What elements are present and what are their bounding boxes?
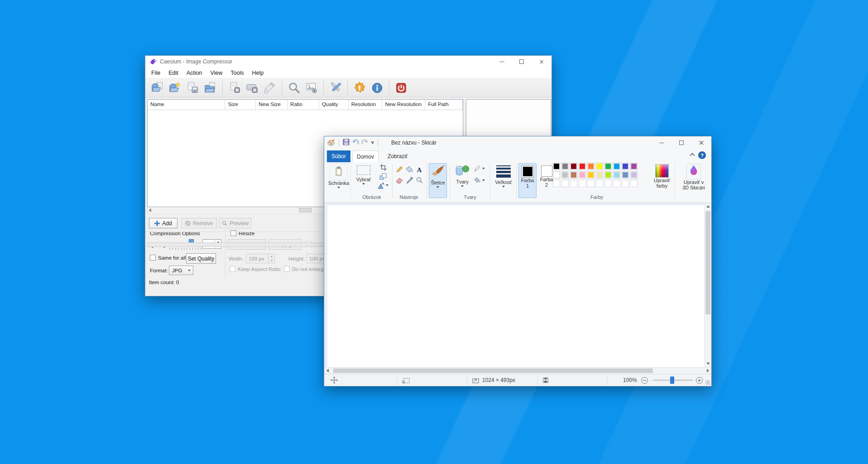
crop-icon[interactable]	[380, 163, 387, 172]
palette-empty-slot[interactable]	[604, 180, 612, 187]
caesium-close-button[interactable]: ×	[532, 56, 551, 68]
zoom-in-button[interactable]	[696, 377, 703, 384]
magnifier-icon[interactable]	[416, 177, 423, 185]
palette-color[interactable]	[630, 171, 638, 179]
menu-tools[interactable]: Tools	[226, 68, 248, 77]
column-header-ratio[interactable]: Ratio	[288, 100, 319, 110]
palette-color[interactable]	[570, 163, 577, 170]
text-tool-icon[interactable]: A	[417, 166, 422, 174]
shape-fill-icon[interactable]	[475, 176, 485, 185]
menu-view[interactable]: View	[206, 68, 226, 77]
size-button[interactable]: Veľkosť	[493, 163, 514, 188]
palette-color[interactable]	[613, 163, 620, 170]
remove-button[interactable]: Remove	[181, 218, 217, 228]
tab-domov[interactable]: Domov	[352, 150, 379, 162]
tab-zobrazit[interactable]: Zobraziť	[381, 150, 414, 162]
column-header-resolution[interactable]: Resolution	[349, 100, 383, 110]
set-quality-button[interactable]: Set Quality	[186, 253, 216, 264]
color-picker-icon[interactable]	[406, 177, 413, 185]
color2-button[interactable]: Farba 2	[538, 163, 555, 188]
redo-icon[interactable]	[361, 139, 369, 147]
fill-icon[interactable]	[406, 166, 413, 174]
palette-color[interactable]	[561, 171, 569, 179]
palette-color[interactable]	[553, 171, 560, 179]
palette-empty-slot[interactable]	[570, 180, 577, 187]
palette-color[interactable]	[630, 163, 638, 170]
save-icon[interactable]	[343, 139, 350, 147]
add-folder-icon[interactable]	[168, 81, 182, 95]
scroll-left-icon[interactable]	[326, 369, 329, 372]
remove-all-icon[interactable]	[245, 81, 259, 95]
palette-color[interactable]	[613, 171, 620, 179]
brushes-button[interactable]: Štetce	[429, 163, 447, 198]
palette-empty-slot[interactable]	[630, 180, 638, 187]
paint-maximize-button[interactable]	[671, 136, 691, 149]
scroll-up-icon[interactable]	[706, 205, 710, 208]
paint-titlebar[interactable]: Bez názvu - Skicár ×	[324, 136, 711, 149]
palette-color[interactable]	[622, 163, 629, 170]
palette-color[interactable]	[587, 171, 595, 179]
open-list-icon[interactable]	[204, 81, 217, 95]
exit-icon[interactable]	[394, 81, 408, 95]
collapse-ribbon-icon[interactable]	[690, 153, 695, 158]
palette-color[interactable]	[596, 171, 603, 179]
drawing-canvas[interactable]	[327, 205, 704, 367]
tab-subor[interactable]: Súbor	[327, 150, 350, 162]
shapes-button[interactable]: Tvary	[453, 163, 472, 187]
palette-color[interactable]	[570, 171, 577, 179]
zoom-slider[interactable]	[653, 380, 693, 381]
do-not-enlarge-checkbox[interactable]	[284, 266, 290, 272]
paint-minimize-button[interactable]	[652, 136, 671, 149]
resize-icon[interactable]	[379, 172, 387, 181]
palette-color[interactable]	[587, 163, 595, 170]
color1-button[interactable]: Farba 1	[518, 163, 537, 198]
eraser-icon[interactable]	[396, 177, 403, 185]
palette-empty-slot[interactable]	[579, 180, 586, 187]
scroll-down-icon[interactable]	[706, 362, 710, 365]
rotate-icon[interactable]	[378, 181, 388, 190]
palette-color[interactable]	[596, 163, 603, 170]
settings-icon[interactable]	[353, 81, 366, 95]
select-button[interactable]: Vybrať	[353, 163, 374, 185]
scrollbar-thumb[interactable]	[299, 208, 312, 213]
image-preview-icon[interactable]	[305, 81, 318, 95]
edit-colors-button[interactable]: Upraviť farby	[651, 163, 673, 188]
preview-icon[interactable]	[287, 81, 301, 95]
palette-color[interactable]	[553, 163, 560, 170]
edit-in-paint3d-button[interactable]: Upraviť v 3D Skicári	[677, 163, 710, 190]
vertical-scrollbar[interactable]	[704, 203, 711, 367]
palette-empty-slot[interactable]	[561, 180, 569, 187]
zoom-slider-thumb[interactable]	[670, 377, 674, 384]
resize-grip[interactable]	[705, 380, 710, 385]
column-header-name[interactable]: Name	[148, 100, 225, 110]
menu-file[interactable]: File	[147, 68, 164, 77]
scroll-left-icon[interactable]	[149, 208, 151, 212]
column-header-size[interactable]: Size	[225, 100, 256, 110]
caesium-titlebar[interactable]: Caesium - Image Compressor ×	[145, 56, 551, 68]
undo-icon[interactable]	[352, 139, 359, 147]
tools-icon[interactable]	[329, 81, 342, 95]
palette-empty-slot[interactable]	[622, 180, 629, 187]
resize-checkbox[interactable]	[230, 230, 236, 236]
column-header-quality[interactable]: Quality	[319, 100, 349, 110]
palette-empty-slot[interactable]	[587, 180, 595, 187]
keep-aspect-checkbox[interactable]	[230, 266, 235, 272]
add-button[interactable]: Add	[149, 218, 177, 228]
column-header-new-size[interactable]: New Size	[256, 100, 288, 110]
palette-empty-slot[interactable]	[553, 180, 560, 187]
column-header-full-path[interactable]: Full Path	[425, 100, 463, 110]
clipboard-button[interactable]: Schránka	[327, 163, 350, 188]
same-for-all-checkbox[interactable]	[150, 255, 156, 261]
clear-list-icon[interactable]	[263, 81, 277, 95]
palette-empty-slot[interactable]	[596, 180, 603, 187]
column-header-new-resolution[interactable]: New Resolution	[382, 100, 425, 110]
desktop[interactable]: Caesium - Image Compressor × FileEditAct…	[0, 0, 868, 464]
remove-item-icon[interactable]	[228, 81, 241, 95]
horizontal-scrollbar[interactable]	[324, 367, 711, 374]
zoom-out-button[interactable]	[641, 377, 648, 384]
menu-help[interactable]: Help	[248, 68, 268, 77]
palette-empty-slot[interactable]	[613, 180, 620, 187]
palette-color[interactable]	[604, 163, 612, 170]
help-icon[interactable]: ?	[698, 151, 706, 159]
palette-color[interactable]	[579, 163, 586, 170]
